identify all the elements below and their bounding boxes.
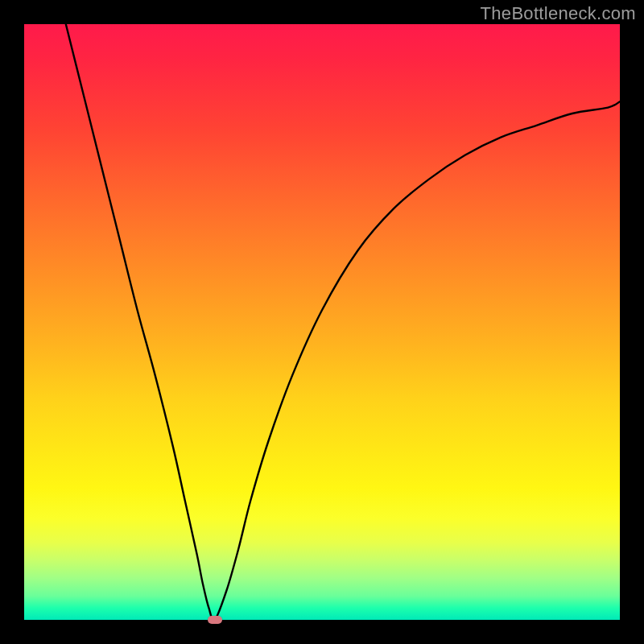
curve-layer bbox=[24, 24, 620, 620]
watermark-label: TheBottleneck.com bbox=[481, 3, 636, 24]
optimal-point-marker bbox=[208, 616, 222, 624]
bottleneck-curve bbox=[66, 24, 620, 620]
plot-area bbox=[24, 24, 620, 620]
chart-frame: TheBottleneck.com bbox=[0, 0, 644, 644]
